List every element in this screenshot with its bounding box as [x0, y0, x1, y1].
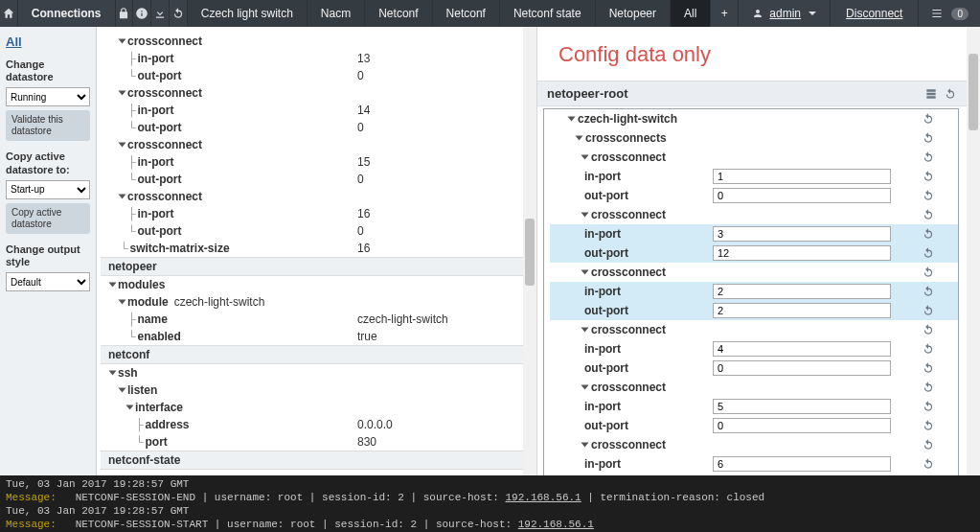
tab-nacm[interactable]: Nacm [308, 0, 365, 27]
refresh-icon[interactable] [922, 208, 935, 221]
toggle-icon[interactable] [119, 195, 126, 199]
user-menu[interactable]: admin [738, 0, 830, 27]
in-port-input[interactable] [713, 456, 891, 472]
refresh-icon[interactable] [922, 419, 935, 432]
tree-leaf: port [146, 435, 168, 449]
refresh-icon[interactable] [922, 266, 935, 279]
cfg-node[interactable]: crossconnect [591, 323, 666, 336]
refresh-icon[interactable] [922, 438, 935, 451]
out-port-input[interactable] [713, 303, 891, 318]
scrollbar-vertical[interactable] [523, 27, 536, 475]
refresh-icon[interactable] [922, 246, 935, 260]
toggle-icon[interactable] [581, 213, 589, 218]
refresh-icon[interactable] [944, 87, 957, 101]
cfg-out-port-row: out-port [550, 359, 958, 378]
cfg-out-port-row: out-port [550, 186, 958, 205]
toggle-icon[interactable] [109, 371, 117, 376]
refresh-icon[interactable] [922, 304, 935, 317]
copy-datastore-button[interactable]: Copy active datastore [6, 203, 90, 234]
group-netopeer-root: netopeer-root [537, 81, 980, 106]
refresh-icon[interactable] [922, 227, 935, 241]
tab-netopeer[interactable]: Netopeer [596, 0, 671, 27]
out-port-input[interactable] [713, 188, 891, 203]
action-icon[interactable] [924, 87, 938, 101]
tree-node[interactable]: crossconnect [127, 138, 202, 151]
sidebar-all-link[interactable]: All [6, 35, 90, 49]
disconnect-link[interactable]: Disconnect [830, 0, 918, 27]
tree-node[interactable]: crossconnect [127, 86, 202, 100]
tree-leaf: in-port [138, 155, 174, 169]
toggle-icon[interactable] [581, 328, 589, 333]
cfg-node[interactable]: crossconnect [591, 438, 666, 451]
download-icon[interactable] [151, 0, 170, 27]
tree-value: 16 [357, 242, 370, 255]
in-port-input[interactable] [713, 169, 891, 184]
tree-node[interactable]: crossconnect [127, 35, 202, 48]
info-icon[interactable] [133, 0, 151, 27]
in-port-input[interactable] [713, 341, 891, 357]
out-port-input[interactable] [713, 360, 891, 376]
tree-value: 13 [357, 52, 370, 65]
refresh-icon[interactable] [922, 323, 935, 336]
tree-node[interactable]: modules [118, 278, 165, 291]
tree-node[interactable]: listen [127, 383, 157, 397]
cfg-node[interactable]: czech-light-switch [578, 112, 677, 126]
datastore-select[interactable]: Running [6, 87, 90, 106]
cfg-node[interactable]: crossconnect [591, 208, 666, 221]
tab-netconf-1[interactable]: Netconf [365, 0, 432, 27]
tree-node[interactable]: crossconnect [127, 190, 202, 203]
tab-netconf-state[interactable]: Netconf state [500, 0, 596, 27]
refresh-icon[interactable] [922, 342, 935, 356]
output-style-select[interactable]: Default [6, 272, 90, 291]
out-port-input[interactable] [713, 418, 891, 433]
toggle-icon[interactable] [119, 388, 126, 393]
refresh-icon[interactable] [922, 131, 935, 145]
in-port-input[interactable] [713, 399, 891, 414]
in-port-input[interactable] [713, 226, 891, 242]
cfg-node[interactable]: crossconnects [585, 131, 667, 145]
toggle-icon[interactable] [119, 39, 126, 44]
copy-target-select[interactable]: Start-up [6, 180, 90, 199]
toggle-icon[interactable] [576, 136, 583, 141]
validate-datastore-button[interactable]: Validate this datastore [6, 110, 90, 141]
refresh-icon[interactable] [922, 400, 935, 413]
toggle-icon[interactable] [581, 155, 589, 160]
home-icon[interactable] [0, 0, 18, 27]
lock-icon[interactable] [116, 0, 134, 27]
refresh-icon[interactable] [922, 150, 935, 164]
toggle-icon[interactable] [581, 270, 589, 275]
tree-node[interactable]: ssh [118, 366, 138, 380]
toggle-icon[interactable] [109, 283, 117, 288]
tab-add[interactable]: + [711, 0, 738, 27]
toggle-icon[interactable] [126, 405, 134, 410]
refresh-icon[interactable] [922, 112, 935, 126]
notifications[interactable]: 0 [918, 0, 980, 27]
tab-czech-light-switch[interactable]: Czech light switch [188, 0, 308, 27]
toggle-icon[interactable] [568, 117, 576, 122]
refresh-icon[interactable] [922, 381, 935, 394]
cfg-node[interactable]: crossconnect [591, 266, 666, 279]
cfg-node[interactable]: crossconnect [591, 150, 666, 164]
config-box: czech-light-switch crossconnects crossco… [543, 108, 959, 475]
tree-node[interactable]: module [127, 295, 169, 309]
toggle-icon[interactable] [119, 300, 126, 305]
scrollbar-vertical[interactable] [967, 27, 980, 475]
toggle-icon[interactable] [581, 385, 589, 390]
toggle-icon[interactable] [119, 91, 126, 96]
refresh-icon[interactable] [922, 285, 935, 298]
tab-netconf-2[interactable]: Netconf [433, 0, 500, 27]
tab-all[interactable]: All [671, 0, 711, 27]
toggle-icon[interactable] [581, 443, 589, 448]
toggle-icon[interactable] [119, 143, 126, 148]
tree-node[interactable]: interface [135, 401, 183, 414]
refresh-icon[interactable] [922, 189, 935, 202]
tree-value: 0 [357, 69, 364, 82]
refresh-icon[interactable] [922, 170, 935, 183]
out-port-input[interactable] [713, 245, 891, 261]
refresh-icon[interactable] [922, 361, 935, 375]
in-port-input[interactable] [713, 284, 891, 299]
field-label: in-port [584, 227, 699, 241]
cfg-node[interactable]: crossconnect [591, 381, 666, 394]
refresh-icon[interactable] [170, 0, 188, 27]
refresh-icon[interactable] [922, 457, 935, 471]
